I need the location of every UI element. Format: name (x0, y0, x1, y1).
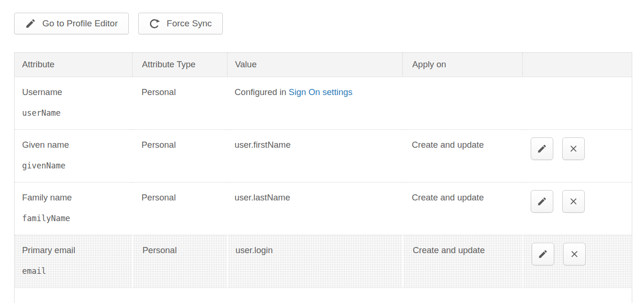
refresh-icon (149, 18, 161, 30)
force-sync-button[interactable]: Force Sync (138, 13, 223, 34)
close-icon (568, 196, 579, 207)
toolbar: Go to Profile Editor Force Sync (14, 13, 632, 34)
sign-on-settings-link[interactable]: Sign On settings (289, 87, 353, 97)
attribute-code: email (22, 266, 125, 276)
close-icon (568, 144, 579, 154)
apply-on-value: Create and update (402, 235, 522, 287)
table-row-primary-email: Primary email email Personal user.login … (15, 235, 632, 287)
delete-attribute-button[interactable] (562, 137, 585, 160)
pencil-icon (25, 18, 36, 29)
attribute-label: Primary email (22, 245, 125, 255)
table-row-given-name: Given name givenName Personal user.first… (15, 129, 632, 182)
attribute-type: Personal (132, 77, 227, 129)
close-icon (569, 249, 580, 259)
delete-attribute-button[interactable] (563, 243, 586, 265)
attribute-code: familyName (22, 214, 125, 223)
attribute-label: Family name (22, 192, 125, 202)
pencil-icon (537, 196, 547, 207)
mapping-value: user.login (227, 235, 402, 287)
table-row-username: Username userName Personal Configured in… (15, 77, 632, 129)
go-to-profile-editor-label: Go to Profile Editor (42, 18, 118, 29)
delete-attribute-button[interactable] (562, 190, 585, 213)
attribute-code: userName (22, 108, 125, 118)
table-row-partial (15, 287, 632, 303)
column-header-attribute-type: Attribute Type (132, 53, 227, 77)
provisioning-attribute-mappings-page: Go to Profile Editor Force Sync Attribut… (0, 0, 644, 303)
attribute-type: Personal (132, 235, 227, 287)
edit-attribute-button[interactable] (531, 137, 553, 160)
column-header-apply-on: Apply on (402, 53, 522, 77)
column-header-attribute: Attribute (15, 53, 132, 77)
apply-on-value (402, 77, 522, 129)
edit-attribute-button[interactable] (532, 243, 554, 265)
table-header-row: Attribute Attribute Type Value Apply on (15, 53, 632, 77)
apply-on-value: Create and update (402, 129, 522, 182)
force-sync-label: Force Sync (167, 18, 212, 29)
value-text: Configured in (235, 87, 286, 97)
attribute-label: Given name (22, 140, 125, 150)
pencil-icon (537, 144, 547, 154)
column-header-actions (522, 53, 632, 77)
attribute-label: Username (22, 87, 125, 97)
attribute-type: Personal (132, 182, 227, 235)
mapping-value: user.lastName (227, 182, 402, 235)
pencil-icon (538, 249, 548, 259)
attribute-type: Personal (132, 129, 227, 182)
edit-attribute-button[interactable] (531, 190, 553, 213)
column-header-value: Value (227, 53, 402, 77)
go-to-profile-editor-button[interactable]: Go to Profile Editor (14, 13, 129, 34)
mapping-value: user.firstName (227, 129, 402, 182)
attribute-mappings-table: Attribute Attribute Type Value Apply on … (14, 52, 632, 303)
attribute-code: givenName (22, 161, 125, 170)
apply-on-value: Create and update (402, 182, 522, 235)
table-row-family-name: Family name familyName Personal user.las… (15, 182, 632, 235)
